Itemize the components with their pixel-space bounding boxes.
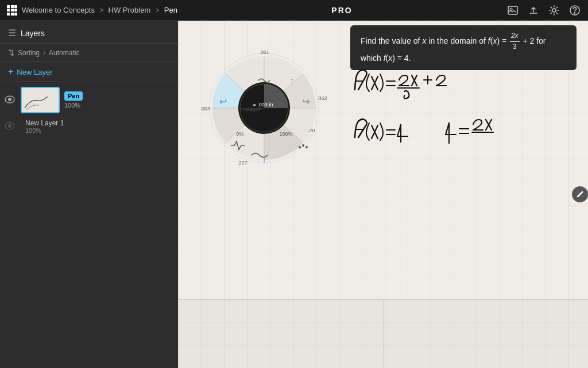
topbar-right	[506, 4, 581, 17]
equation-1	[350, 58, 488, 104]
svg-point-31	[299, 146, 301, 148]
layer-row-pen: Pen 100%	[5, 87, 173, 113]
layers-label: Layers	[21, 29, 45, 38]
layer-thumb-pen[interactable]	[21, 87, 60, 113]
eye-icon-layer2[interactable]	[5, 122, 16, 132]
layer-row-2: New Layer 1 100%	[5, 117, 173, 136]
layers-list: Pen 100% New Layer 1 100%	[0, 82, 178, 368]
settings-icon[interactable]	[548, 4, 560, 17]
equation-2	[350, 109, 442, 149]
upload-icon[interactable]	[527, 4, 540, 17]
canvas-vertical-divider	[383, 300, 384, 368]
edit-button[interactable]	[572, 186, 588, 202]
topbar: Welcome to Concepts > HW Problem > Pen P…	[0, 0, 588, 21]
sorting-label: Sorting	[18, 49, 40, 57]
topbar-left: Welcome to Concepts > HW Problem > Pen	[7, 5, 177, 16]
svg-text:↑: ↑	[289, 76, 294, 86]
sorting-type: Automatic	[49, 49, 79, 57]
image-icon[interactable]	[506, 4, 519, 17]
layer-name-tag: Pen	[64, 91, 83, 101]
layers-header: ☰ Layers	[0, 21, 178, 44]
math-equations	[350, 58, 536, 151]
svg-text:↓: ↓	[262, 154, 266, 164]
svg-text:100%: 100%	[279, 131, 292, 137]
layer2-name: New Layer 1	[25, 119, 64, 127]
svg-text:.20: .20	[308, 128, 315, 133]
equation-3	[444, 112, 536, 149]
layer-opacity-pen: 100%	[64, 102, 83, 109]
breadcrumb-sep-1: >	[99, 6, 104, 14]
app-menu-icon[interactable]	[7, 5, 17, 16]
svg-text:.003: .003	[201, 106, 210, 112]
breadcrumb-welcome[interactable]: Welcome to Concepts	[22, 6, 95, 14]
svg-point-5	[8, 98, 11, 101]
svg-text:.061: .061	[259, 49, 269, 55]
new-layer-button[interactable]: + New Layer	[0, 62, 178, 82]
svg-rect-0	[508, 6, 517, 14]
new-layer-label: New Layer	[17, 68, 52, 76]
plus-icon: +	[8, 67, 13, 77]
svg-point-33	[305, 146, 308, 148]
svg-text:= .003 in: = .003 in	[253, 102, 273, 108]
svg-text:.227: .227	[237, 160, 247, 166]
svg-point-8	[8, 124, 11, 128]
layer-info-pen: Pen 100%	[64, 91, 83, 109]
layer2-opacity: 100%	[25, 127, 64, 134]
sidebar: ☰ Layers ⇅ Sorting › Automatic + New Lay…	[0, 21, 178, 368]
svg-point-2	[552, 9, 556, 12]
sorting-arrow: ›	[43, 49, 45, 57]
svg-text:0%: 0%	[236, 131, 243, 137]
svg-text:↩: ↩	[219, 97, 227, 106]
eye-icon-pen[interactable]	[5, 95, 16, 105]
svg-text:.852: .852	[317, 95, 327, 101]
svg-point-32	[302, 144, 304, 147]
help-icon[interactable]	[568, 4, 581, 17]
pro-badge: PRO	[331, 6, 352, 15]
breadcrumb-pen: Pen	[164, 6, 177, 14]
svg-text:↪: ↪	[302, 97, 310, 106]
sorting-row[interactable]: ⇅ Sorting › Automatic	[0, 44, 178, 62]
pen-wheel[interactable]: = .003 in 0% 100% .061 .003 .852 .20 .22…	[201, 45, 327, 171]
breadcrumb-sep-2: >	[155, 6, 160, 14]
sort-icon: ⇅	[8, 48, 14, 57]
breadcrumb-hw[interactable]: HW Problem	[109, 6, 151, 14]
canvas-bottom-area	[178, 299, 588, 368]
svg-point-1	[510, 8, 512, 10]
